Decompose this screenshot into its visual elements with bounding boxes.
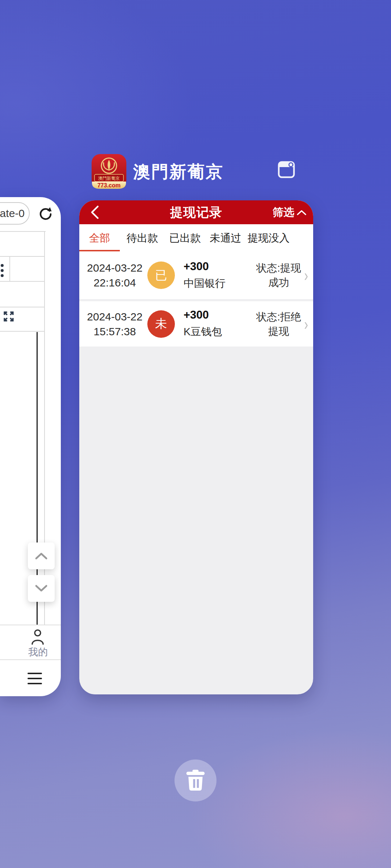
record-amount-block: +300 中国银行 (184, 260, 226, 291)
chevron-up-icon (34, 552, 49, 560)
record-amount-block: +300 K豆钱包 (184, 309, 222, 339)
filter-button[interactable]: 筛选 (273, 200, 294, 224)
trash-icon (185, 769, 206, 792)
record-datetime: 2024-03-22 15:57:38 (87, 309, 143, 339)
page-title: 提现记录 (142, 200, 251, 224)
window-icon[interactable] (277, 160, 296, 179)
list-bullet (1, 269, 4, 272)
chevron-right-icon[interactable]: › (304, 310, 308, 338)
expand-arrows-icon[interactable] (3, 311, 14, 322)
record-amount: +300 (184, 309, 222, 322)
recents-card-browser[interactable]: eate-0 我的 (0, 197, 61, 696)
record-status: 状态:提现 成功 (256, 261, 302, 290)
url-chip[interactable]: eate-0 (0, 202, 30, 225)
record-row[interactable]: 2024-03-22 22:16:04 已 +300 中国银行 状态:提现 成功… (79, 251, 313, 299)
chevron-right-icon[interactable]: › (304, 261, 308, 289)
app-title: 澳門新葡京 (133, 159, 285, 184)
record-row[interactable]: 2024-03-22 15:57:38 未 +300 K豆钱包 状态:拒绝 提现… (79, 301, 313, 346)
divider (0, 625, 61, 625)
back-icon[interactable] (88, 205, 102, 220)
status-badge: 未 (147, 310, 175, 338)
divider (0, 659, 61, 660)
app-icon[interactable]: 澳門新葡京 773.com (91, 154, 127, 189)
record-channel: 中国银行 (184, 276, 226, 291)
status-badge: 已 (147, 261, 175, 289)
table-border (0, 331, 45, 332)
table-border (0, 256, 45, 257)
table-border (0, 281, 45, 282)
recents-card-withdraw-app[interactable]: 提现记录 筛选 全部 待出款 已出款 未通过 提现没入 2024-03-22 2… (79, 200, 313, 694)
table-border (0, 231, 46, 232)
withdraw-header: 提现记录 筛选 (79, 200, 313, 224)
scroll-down-button[interactable] (28, 575, 55, 602)
person-icon[interactable] (31, 629, 44, 645)
tab-paid[interactable]: 已出款 (168, 224, 202, 252)
list-bullet (1, 274, 4, 277)
app-icon-banner-text: 澳門新葡京 (98, 176, 120, 181)
table-border (0, 307, 45, 307)
record-amount: +300 (184, 260, 226, 273)
tab-pending[interactable]: 待出款 (126, 224, 159, 252)
my-tab-label[interactable]: 我的 (14, 646, 61, 659)
clear-all-button[interactable] (175, 760, 216, 801)
refresh-icon[interactable] (38, 207, 53, 221)
status-tabs: 全部 待出款 已出款 未通过 提现没入 (79, 224, 313, 252)
app-icon-domain-text: 773.com (97, 182, 121, 188)
tab-failed[interactable]: 未通过 (209, 224, 242, 252)
chevron-up-icon[interactable] (297, 210, 307, 216)
table-border (9, 256, 10, 282)
chevron-down-icon (34, 584, 49, 593)
record-status: 状态:拒绝 提现 (256, 310, 302, 339)
record-datetime: 2024-03-22 22:16:04 (87, 260, 143, 290)
list-bullet (1, 264, 4, 267)
tab-all[interactable]: 全部 (83, 224, 116, 252)
record-channel: K豆钱包 (184, 325, 222, 339)
scroll-up-button[interactable] (28, 542, 55, 569)
tab-not-credited[interactable]: 提现没入 (247, 224, 291, 252)
